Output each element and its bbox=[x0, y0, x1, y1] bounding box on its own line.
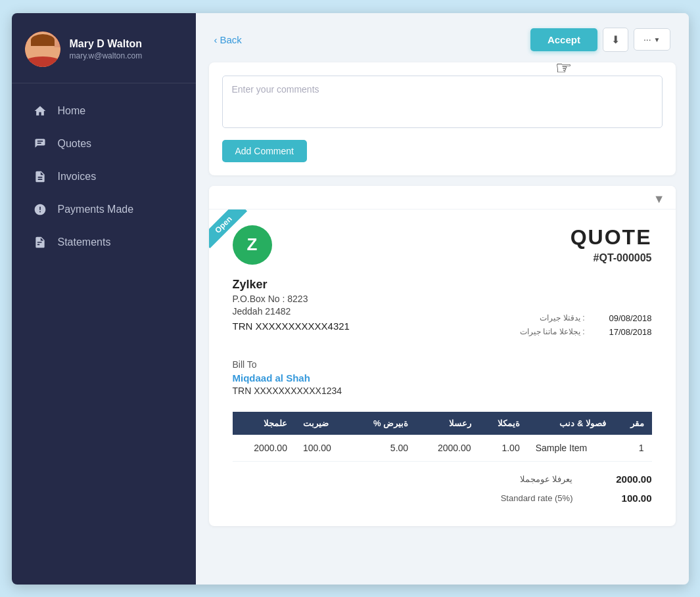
table-row: 2000.00 100.00 5.00 2000.00 1.00 Sample … bbox=[233, 435, 652, 462]
quote-number: #QT-000005 bbox=[571, 252, 652, 264]
cell-total: 2000.00 bbox=[233, 435, 295, 462]
cell-discount: 100.00 bbox=[295, 435, 351, 462]
quote-header-row: Z QUOTE #QT-000005 bbox=[233, 225, 652, 265]
subtotal-value: 2000.00 bbox=[599, 474, 652, 485]
cell-item: Sample Item bbox=[528, 435, 614, 462]
date2-value: 17/08/2018 bbox=[593, 327, 652, 337]
accept-button[interactable]: Accept bbox=[530, 28, 597, 51]
sidebar-item-home[interactable]: Home bbox=[17, 95, 191, 127]
user-info: Mary D Walton mary.w@walton.com bbox=[70, 38, 143, 60]
company-name: Zylker bbox=[233, 278, 652, 292]
quote-card-header: ▼ bbox=[209, 186, 676, 210]
invoices-icon bbox=[33, 169, 47, 184]
date1-label: : يدقتلا جيرات bbox=[540, 313, 584, 322]
cell-tax-pct: 5.00 bbox=[351, 435, 416, 462]
more-dots: ··· bbox=[643, 34, 651, 45]
dropdown-arrow-icon[interactable]: ▼ bbox=[653, 192, 665, 206]
sidebar-item-invoices[interactable]: Invoices bbox=[17, 161, 191, 192]
back-link[interactable]: ‹ Back bbox=[214, 34, 242, 45]
bill-to-label: Bill To bbox=[233, 359, 342, 370]
col-header-discount: ضيربت bbox=[295, 412, 351, 435]
date-row-2: : يجلاعلا ماتنا جيرات 17/08/2018 bbox=[520, 327, 651, 337]
table-header-row: علمجلا ضيربت % ةبيرض رعسلا ةيمكلا فصولا … bbox=[233, 412, 652, 435]
user-profile: Mary D Walton mary.w@walton.com bbox=[12, 13, 196, 83]
tax-value: 100.00 bbox=[599, 493, 652, 504]
sidebar-label-quotes: Quotes bbox=[58, 138, 92, 150]
quote-card: ▼ Open Z QUOTE #QT-000005 bbox=[209, 186, 676, 526]
col-header-qty: ةيمكلا bbox=[479, 412, 528, 435]
top-bar: ‹ Back Accept ☞ ⬇ ··· ▼ bbox=[196, 13, 689, 62]
sidebar-item-statements[interactable]: Statements bbox=[17, 227, 191, 258]
date-row-1: : يدقتلا جيرات 09/08/2018 bbox=[520, 313, 651, 323]
nav-menu: Home Quotes Invoices Payme bbox=[12, 83, 196, 585]
cursor-container: Accept ☞ bbox=[530, 28, 597, 51]
payments-icon bbox=[33, 202, 47, 217]
bill-trn: TRN XXXXXXXXXXX1234 bbox=[233, 386, 342, 396]
comment-section: Add Comment bbox=[209, 62, 676, 175]
top-actions: Accept ☞ ⬇ ··· ▼ bbox=[530, 28, 670, 52]
status-ribbon: Open bbox=[209, 210, 255, 255]
cell-no: 1 bbox=[614, 435, 652, 462]
date2-label: : يجلاعلا ماتنا جيرات bbox=[520, 327, 584, 336]
back-label: Back bbox=[220, 34, 242, 45]
quote-title-block: QUOTE #QT-000005 bbox=[571, 225, 652, 264]
sidebar: Mary D Walton mary.w@walton.com Home Quo… bbox=[12, 13, 196, 585]
po-box: P.O.Box No : 8223 bbox=[233, 294, 652, 304]
comment-textarea[interactable] bbox=[222, 76, 663, 128]
statements-icon bbox=[33, 235, 47, 250]
totals-section: يعرفلا عومجملا 2000.00 Standard rate (5%… bbox=[233, 470, 652, 508]
app-container: Mary D Walton mary.w@walton.com Home Quo… bbox=[12, 13, 689, 585]
bill-section: Bill To Miqdaad al Shah TRN XXXXXXXXXXX1… bbox=[233, 359, 342, 396]
col-header-no: مقر bbox=[614, 412, 652, 435]
tax-label: Standard rate (5%) bbox=[442, 493, 573, 503]
sidebar-label-home: Home bbox=[58, 105, 86, 117]
download-icon: ⬇ bbox=[611, 34, 620, 45]
col-header-tax: % ةبيرض bbox=[351, 412, 416, 435]
quotes-icon bbox=[33, 137, 47, 151]
col-header-rate: رعسلا bbox=[416, 412, 478, 435]
dates-block: : يدقتلا جيرات 09/08/2018 : يجلاعلا ماتن… bbox=[520, 313, 651, 341]
sidebar-item-quotes[interactable]: Quotes bbox=[17, 128, 191, 160]
main-content: ‹ Back Accept ☞ ⬇ ··· ▼ Add C bbox=[196, 13, 689, 585]
back-arrow-icon: ‹ bbox=[214, 34, 218, 45]
status-label: Open bbox=[209, 210, 247, 248]
sidebar-item-payments[interactable]: Payments Made bbox=[17, 194, 191, 225]
date1-value: 09/08/2018 bbox=[593, 313, 652, 323]
tax-row: Standard rate (5%) 100.00 bbox=[233, 489, 652, 508]
cell-rate: 2000.00 bbox=[416, 435, 478, 462]
add-comment-button[interactable]: Add Comment bbox=[222, 140, 307, 162]
more-arrow-icon: ▼ bbox=[654, 36, 661, 43]
quote-table: علمجلا ضيربت % ةبيرض رعسلا ةيمكلا فصولا … bbox=[233, 412, 652, 462]
download-button[interactable]: ⬇ bbox=[603, 28, 628, 52]
quote-title: QUOTE bbox=[571, 225, 652, 250]
subtotal-row: يعرفلا عومجملا 2000.00 bbox=[233, 470, 652, 489]
avatar bbox=[25, 32, 60, 67]
sidebar-label-statements: Statements bbox=[58, 236, 111, 248]
cell-qty: 1.00 bbox=[479, 435, 528, 462]
col-header-item: فصولا & دنب bbox=[528, 412, 614, 435]
user-email: mary.w@walton.com bbox=[70, 51, 143, 60]
subtotal-label: يعرفلا عومجملا bbox=[442, 474, 573, 484]
col-header-total: علمجلا bbox=[233, 412, 295, 435]
sidebar-label-payments: Payments Made bbox=[58, 204, 134, 215]
bill-name: Miqdaad al Shah bbox=[233, 372, 342, 384]
user-name: Mary D Walton bbox=[70, 38, 143, 50]
hand-cursor-icon: ☞ bbox=[555, 57, 572, 79]
quote-body: Open Z QUOTE #QT-000005 Zylker P.O.Box N… bbox=[209, 210, 676, 526]
sidebar-label-invoices: Invoices bbox=[58, 171, 97, 183]
more-button[interactable]: ··· ▼ bbox=[634, 28, 670, 51]
home-icon bbox=[33, 104, 47, 118]
